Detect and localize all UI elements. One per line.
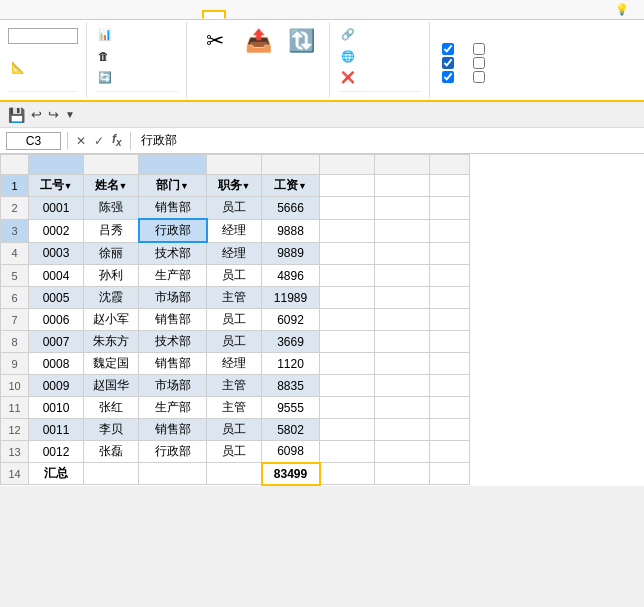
cell-A5[interactable]: 0004 bbox=[29, 265, 84, 287]
cell-D5[interactable]: 员工 bbox=[207, 265, 262, 287]
help-search[interactable]: 💡 bbox=[607, 0, 640, 19]
col-header-d[interactable] bbox=[207, 155, 262, 175]
cell-E7[interactable]: 6092 bbox=[262, 309, 320, 331]
pivot-table-btn[interactable]: 📊 bbox=[95, 26, 178, 43]
cell-A3[interactable]: 0002 bbox=[29, 219, 84, 242]
tab-formula[interactable] bbox=[92, 11, 114, 19]
cell-C11[interactable]: 生产部 bbox=[139, 397, 207, 419]
col-header-c[interactable] bbox=[139, 155, 207, 175]
header-zhiwu[interactable]: 职务▼ bbox=[207, 175, 262, 197]
cell-D8[interactable]: 员工 bbox=[207, 331, 262, 353]
refresh-btn[interactable]: 🔃 bbox=[282, 26, 321, 56]
tab-data[interactable] bbox=[114, 11, 136, 19]
tab-insert[interactable] bbox=[48, 11, 70, 19]
tab-file[interactable] bbox=[4, 11, 26, 19]
checkbox-header-row[interactable] bbox=[442, 43, 457, 55]
tab-home[interactable] bbox=[26, 11, 48, 19]
col-header-e[interactable] bbox=[262, 155, 320, 175]
cell-E12[interactable]: 5802 bbox=[262, 419, 320, 441]
cell-A4[interactable]: 0003 bbox=[29, 242, 84, 265]
cell-B13[interactable]: 张磊 bbox=[84, 441, 139, 463]
checkbox-first-col[interactable] bbox=[473, 43, 488, 55]
col-header-g[interactable] bbox=[375, 155, 430, 175]
cell-A13[interactable]: 0012 bbox=[29, 441, 84, 463]
cell-E3[interactable]: 9888 bbox=[262, 219, 320, 242]
qat-redo[interactable]: ↪ bbox=[48, 107, 59, 122]
cell-E2[interactable]: 5666 bbox=[262, 197, 320, 220]
tab-view[interactable] bbox=[158, 11, 180, 19]
col-header-b[interactable] bbox=[84, 155, 139, 175]
resize-table-btn[interactable]: 📐 bbox=[8, 59, 78, 76]
checkbox-total-row[interactable] bbox=[442, 57, 457, 69]
properties-btn[interactable]: 🔗 bbox=[338, 26, 421, 43]
qat-save[interactable]: 💾 bbox=[8, 107, 25, 123]
cell-E6[interactable]: 11989 bbox=[262, 287, 320, 309]
cell-C6[interactable]: 市场部 bbox=[139, 287, 207, 309]
cell-C10[interactable]: 市场部 bbox=[139, 375, 207, 397]
cell-A7[interactable]: 0006 bbox=[29, 309, 84, 331]
header-gongzi[interactable]: 工资▼ bbox=[262, 175, 320, 197]
tab-page-layout[interactable] bbox=[70, 11, 92, 19]
cell-E5[interactable]: 4896 bbox=[262, 265, 320, 287]
cell-E8[interactable]: 3669 bbox=[262, 331, 320, 353]
header-xingming[interactable]: 姓名▼ bbox=[84, 175, 139, 197]
cell-A6[interactable]: 0005 bbox=[29, 287, 84, 309]
remove-duplicates-btn[interactable]: 🗑 bbox=[95, 48, 178, 64]
cell-B11[interactable]: 张红 bbox=[84, 397, 139, 419]
cell-A11[interactable]: 0010 bbox=[29, 397, 84, 419]
qat-dropdown[interactable]: ▼ bbox=[65, 109, 75, 120]
cell-E10[interactable]: 8835 bbox=[262, 375, 320, 397]
col-header-h[interactable] bbox=[430, 155, 470, 175]
tab-help[interactable] bbox=[180, 11, 202, 19]
table-name-input[interactable] bbox=[8, 28, 78, 44]
convert-range-btn[interactable]: 🔄 bbox=[95, 69, 178, 86]
cell-A2[interactable]: 0001 bbox=[29, 197, 84, 220]
cell-C4[interactable]: 技术部 bbox=[139, 242, 207, 265]
confirm-formula-icon[interactable]: ✓ bbox=[92, 133, 106, 149]
cell-B9[interactable]: 魏定国 bbox=[84, 353, 139, 375]
cell-C13[interactable]: 行政部 bbox=[139, 441, 207, 463]
cell-E13[interactable]: 6098 bbox=[262, 441, 320, 463]
function-wizard-icon[interactable]: fx bbox=[110, 131, 124, 149]
cell-B8[interactable]: 朱东方 bbox=[84, 331, 139, 353]
cell-A9[interactable]: 0008 bbox=[29, 353, 84, 375]
col-header-f[interactable] bbox=[320, 155, 375, 175]
cell-C12[interactable]: 销售部 bbox=[139, 419, 207, 441]
open-browser-btn[interactable]: 🌐 bbox=[338, 48, 421, 65]
cell-C7[interactable]: 销售部 bbox=[139, 309, 207, 331]
cell-C3[interactable]: 行政部 bbox=[139, 219, 207, 242]
cell-D10[interactable]: 主管 bbox=[207, 375, 262, 397]
cell-E9[interactable]: 1120 bbox=[262, 353, 320, 375]
cell-B3[interactable]: 吕秀 bbox=[84, 219, 139, 242]
cell-D9[interactable]: 经理 bbox=[207, 353, 262, 375]
cancel-formula-icon[interactable]: ✕ bbox=[74, 133, 88, 149]
header-gongpao[interactable]: 工号▼ bbox=[29, 175, 84, 197]
cell-D11[interactable]: 主管 bbox=[207, 397, 262, 419]
cell-A12[interactable]: 0011 bbox=[29, 419, 84, 441]
cell-C2[interactable]: 销售部 bbox=[139, 197, 207, 220]
cell-D13[interactable]: 员工 bbox=[207, 441, 262, 463]
formula-input[interactable] bbox=[137, 133, 638, 149]
cell-B12[interactable]: 李贝 bbox=[84, 419, 139, 441]
cell-E4[interactable]: 9889 bbox=[262, 242, 320, 265]
tab-design[interactable] bbox=[202, 10, 226, 19]
header-bumen[interactable]: 部门▼ bbox=[139, 175, 207, 197]
cell-B7[interactable]: 赵小军 bbox=[84, 309, 139, 331]
tab-review[interactable] bbox=[136, 11, 158, 19]
cell-D12[interactable]: 员工 bbox=[207, 419, 262, 441]
insert-slicer-btn[interactable]: ✂ bbox=[195, 26, 235, 56]
cell-E11[interactable]: 9555 bbox=[262, 397, 320, 419]
cell-D2[interactable]: 员工 bbox=[207, 197, 262, 220]
cell-reference[interactable] bbox=[6, 132, 61, 150]
cell-B2[interactable]: 陈强 bbox=[84, 197, 139, 220]
cell-D4[interactable]: 经理 bbox=[207, 242, 262, 265]
checkbox-last-col[interactable] bbox=[473, 57, 488, 69]
cell-D6[interactable]: 主管 bbox=[207, 287, 262, 309]
col-header-a[interactable] bbox=[29, 155, 84, 175]
checkbox-banded-cols[interactable] bbox=[473, 71, 488, 83]
cell-C8[interactable]: 技术部 bbox=[139, 331, 207, 353]
cell-B4[interactable]: 徐丽 bbox=[84, 242, 139, 265]
cell-C5[interactable]: 生产部 bbox=[139, 265, 207, 287]
cell-B6[interactable]: 沈霞 bbox=[84, 287, 139, 309]
cell-C9[interactable]: 销售部 bbox=[139, 353, 207, 375]
